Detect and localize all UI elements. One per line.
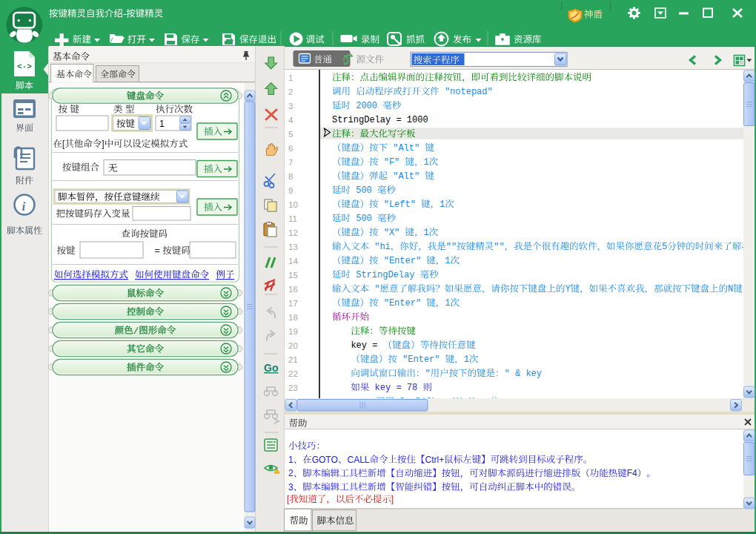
svg-text:N: N [728, 284, 733, 294]
svg-text:1: 1 [445, 298, 450, 309]
svg-text:17: 17 [288, 299, 298, 308]
svg-text:1: 1 [159, 119, 165, 129]
svg-text:16: 16 [288, 285, 298, 294]
svg-text:78: 78 [407, 383, 417, 393]
svg-text:6: 6 [288, 144, 293, 153]
svg-text:18: 18 [288, 313, 298, 322]
svg-text:5: 5 [288, 130, 293, 139]
svg-text:-: - [123, 9, 126, 19]
svg-text:20: 20 [288, 341, 298, 350]
svg-text:1: 1 [445, 256, 450, 266]
svg-text:2: 2 [288, 88, 293, 96]
svg-text:]: ] [391, 494, 394, 504]
svg-text:GOTO: GOTO [312, 455, 338, 465]
svg-text:11: 11 [288, 214, 297, 223]
svg-text:"Alt": "Alt" [393, 171, 420, 182]
svg-text:"X": "X" [384, 228, 400, 238]
svg-text:F4: F4 [627, 468, 637, 478]
svg-text:"hi: "hi [374, 242, 391, 252]
svg-text:=: = [372, 340, 377, 351]
svg-text:22: 22 [288, 369, 298, 378]
svg-text:"Enter": "Enter" [402, 355, 440, 365]
svg-text:15: 15 [288, 271, 298, 280]
svg-text:5: 5 [662, 242, 667, 252]
svg-text:"": "" [494, 242, 504, 252]
svg-text:StringDelay: StringDelay [332, 115, 391, 125]
svg-text:]: ] [102, 139, 104, 149]
svg-text:StringDelay: StringDelay [356, 270, 414, 280]
svg-text:8: 8 [288, 172, 293, 181]
svg-text:1: 1 [424, 157, 429, 168]
svg-text:12: 12 [288, 228, 298, 237]
svg-text:9: 9 [288, 186, 293, 195]
svg-text:1: 1 [440, 200, 445, 210]
svg-text:=: = [396, 383, 401, 393]
svg-text:CALL: CALL [348, 455, 370, 465]
svg-text:&: & [515, 369, 520, 379]
svg-text:4: 4 [288, 116, 294, 125]
svg-text:14: 14 [288, 257, 298, 266]
svg-text:": " [505, 369, 510, 379]
svg-text:Ctrl+: Ctrl+ [425, 455, 445, 465]
svg-text:3: 3 [288, 482, 294, 492]
svg-text:21: 21 [288, 355, 298, 364]
svg-text:"Enter": "Enter" [384, 256, 421, 266]
svg-text:Go: Go [264, 362, 278, 374]
svg-text:key: key [375, 383, 391, 393]
svg-text:1: 1 [288, 455, 294, 465]
svg-text:1: 1 [424, 228, 429, 238]
svg-text:1: 1 [464, 355, 469, 365]
svg-text:"Left": "Left" [384, 200, 416, 210]
svg-text:=: = [155, 245, 160, 256]
svg-text:"": "" [446, 242, 457, 252]
svg-text:/: / [133, 326, 139, 337]
svg-text:1: 1 [288, 73, 293, 82]
svg-text:500: 500 [356, 214, 372, 224]
svg-text:"Enter": "Enter" [384, 298, 421, 309]
svg-text:13: 13 [288, 243, 298, 251]
svg-text:<·>: <·> [17, 62, 32, 71]
svg-text:23: 23 [288, 383, 298, 392]
svg-text:500: 500 [356, 185, 372, 196]
svg-text:1000: 1000 [407, 115, 428, 125]
svg-text:10: 10 [288, 200, 298, 209]
svg-text:2: 2 [288, 468, 294, 478]
svg-text:": " [425, 369, 430, 379]
svg-text:19: 19 [288, 327, 298, 336]
svg-text:2000: 2000 [356, 101, 377, 111]
svg-text:7: 7 [288, 158, 293, 167]
svg-text:Y: Y [565, 284, 570, 294]
svg-text:"F": "F" [384, 157, 400, 168]
svg-text:key: key [351, 340, 367, 351]
svg-text:"Alt": "Alt" [393, 143, 420, 154]
svg-text:key: key [525, 369, 542, 379]
svg-text:i: i [22, 200, 26, 214]
svg-text:3: 3 [288, 102, 293, 111]
svg-text:=: = [396, 115, 401, 125]
svg-text:": " [374, 284, 379, 294]
svg-text:"notepad": "notepad" [445, 87, 493, 97]
